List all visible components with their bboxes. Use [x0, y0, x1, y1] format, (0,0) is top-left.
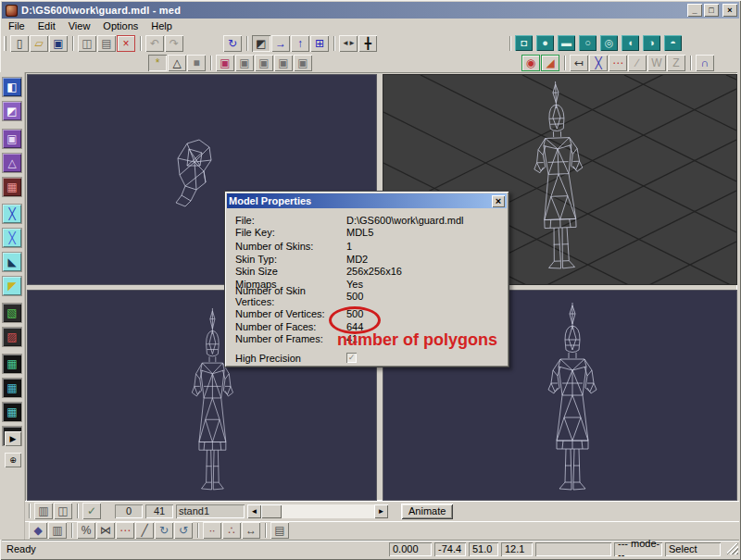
frame-box-2-button[interactable]: ▣	[235, 55, 254, 71]
layout-1-button[interactable]: ▦	[3, 355, 21, 373]
property-value: MDL5	[346, 227, 509, 238]
film-button[interactable]: ▥	[34, 503, 53, 519]
open-file-button[interactable]: ▱	[30, 35, 48, 52]
view-mode-5-button[interactable]: ◎	[600, 35, 618, 51]
notes-button[interactable]: ▤	[270, 522, 289, 539]
menu-file[interactable]: File	[2, 19, 31, 32]
animation-bar: ▥◫✓ ◄ ► Animate	[25, 501, 739, 521]
view-mode-3-button[interactable]: ▬	[558, 35, 575, 51]
frame-range-button[interactable]: ◫	[54, 503, 72, 519]
face-paint-button[interactable]: ◢	[541, 55, 559, 71]
move-free-button[interactable]: ⊞	[310, 35, 329, 52]
close-button[interactable]: ×	[722, 4, 737, 17]
snap-left-button[interactable]: ↤	[570, 55, 588, 71]
rotate-view-button[interactable]: ↻	[223, 35, 242, 52]
resize-grip[interactable]	[727, 543, 738, 554]
toolbar-grip[interactable]	[4, 36, 6, 51]
sequence-name-field[interactable]	[176, 504, 245, 518]
rotate-cw-button[interactable]: ↻	[155, 522, 173, 539]
mirror-y-tool-button[interactable]: ╳	[3, 229, 21, 247]
edge-dots-button[interactable]: ⋯	[609, 55, 627, 71]
delete-skin-button[interactable]: ×	[117, 35, 135, 52]
frame-box-5-button[interactable]: ▣	[294, 55, 312, 71]
shapes-button[interactable]: ◆	[29, 522, 47, 539]
empty-cell	[535, 542, 611, 556]
dialog-title-bar[interactable]: Model Properties ×	[227, 193, 507, 208]
frame-box-4-button[interactable]: ▣	[274, 55, 293, 71]
view-mode-1-button[interactable]: ◘	[515, 35, 533, 51]
scrollbar-track[interactable]	[261, 504, 374, 518]
paste-button[interactable]: ▤	[97, 35, 116, 52]
layout-3-button[interactable]: ▦	[3, 403, 21, 421]
separator	[690, 56, 692, 70]
frame-scrollbar[interactable]: ◄ ►	[247, 504, 388, 518]
mirror-x-tool-button[interactable]: ╳	[3, 205, 21, 223]
weld-group-button[interactable]: ∴	[222, 522, 241, 539]
screen-tool-button[interactable]: ◧	[3, 78, 21, 96]
prism-tool-button[interactable]: ◣	[3, 253, 21, 271]
select-move-button[interactable]: ◩	[252, 35, 270, 52]
box-green-tool-button[interactable]: ▧	[3, 304, 21, 322]
origin-button[interactable]: ⊕	[5, 453, 21, 467]
separator	[333, 36, 335, 51]
menu-edit[interactable]: Edit	[31, 19, 62, 32]
coord-z-cell: 12.1	[501, 542, 533, 556]
menu-view[interactable]: View	[62, 19, 97, 32]
solid-mode-button[interactable]: ■	[187, 55, 206, 71]
property-row: File Key:MDL5	[225, 226, 509, 238]
title-bar[interactable]: D:\GS600\work\guard.mdl - med _ □ ×	[2, 2, 739, 19]
coord-x-cell: -74.4	[434, 542, 466, 556]
move-y-button[interactable]: ↑	[291, 35, 309, 52]
view-mode-4-button[interactable]: ○	[579, 35, 597, 51]
view-mode-8-button[interactable]: ◓	[664, 35, 682, 51]
flat-mode-button[interactable]: △	[168, 55, 186, 71]
maximize-button[interactable]: □	[704, 4, 719, 17]
frame-end-field[interactable]	[145, 504, 173, 518]
property-label: Number of Skin Vertices:	[225, 285, 346, 307]
weld-near-button[interactable]: ∙∙	[203, 522, 221, 539]
face-tool-2-button: W	[647, 55, 666, 71]
view-mode-6-button[interactable]: ◖	[622, 35, 639, 51]
frame-box-3-button[interactable]: ▣	[255, 55, 273, 71]
mirror-h-button[interactable]: ◄►	[339, 35, 358, 52]
scrollbar-thumb[interactable]	[261, 504, 282, 518]
magnet-button[interactable]: ∩	[696, 55, 714, 71]
box-red-tool-button[interactable]: ▨	[3, 328, 21, 346]
property-value: D:\GS600\work\guard.mdl	[346, 215, 509, 226]
menu-help[interactable]: Help	[144, 19, 179, 32]
move-x-button[interactable]: →	[271, 35, 290, 52]
scale-button[interactable]: %	[77, 522, 95, 539]
pan-button[interactable]: ╋	[358, 35, 377, 52]
rotate-ccw-button[interactable]: ↺	[174, 522, 193, 539]
ruler-button[interactable]: ▥	[48, 522, 67, 539]
menu-options[interactable]: Options	[96, 19, 144, 32]
texture-tool-button[interactable]: ◩	[3, 102, 21, 120]
play-button[interactable]: ▶	[5, 431, 21, 446]
scroll-right-arrow[interactable]: ►	[374, 504, 388, 518]
layout-2-button[interactable]: ▦	[3, 379, 21, 397]
separator	[29, 504, 31, 518]
dialog-close-button[interactable]: ×	[492, 195, 505, 207]
edge-divide-button[interactable]: ⋯	[116, 522, 134, 539]
save-button[interactable]: ▣	[49, 35, 68, 52]
weld-tool-button[interactable]: ▦	[3, 178, 21, 196]
animate-button[interactable]: Animate	[401, 504, 453, 519]
vertex-paint-button[interactable]: ◉	[521, 55, 540, 71]
minimize-button[interactable]: _	[687, 4, 702, 17]
frame-box-1-button[interactable]: ▣	[216, 55, 234, 71]
mirror-flip-button[interactable]: ⋈	[96, 522, 115, 539]
pyramid-tool-button[interactable]: ◤	[3, 277, 21, 295]
select-faces-button[interactable]: △	[3, 154, 21, 172]
copy-button[interactable]: ◫	[78, 35, 96, 52]
select-vertices-button[interactable]: ▣	[3, 130, 21, 148]
wire-mode-button[interactable]: *	[148, 55, 167, 71]
pose-check-button[interactable]: ✓	[82, 503, 101, 519]
turn-edge-button[interactable]: ╱	[135, 522, 154, 539]
frame-current-field[interactable]	[115, 504, 143, 518]
view-mode-2-button[interactable]: ●	[536, 35, 554, 51]
scroll-left-arrow[interactable]: ◄	[247, 504, 261, 518]
view-mode-7-button[interactable]: ◑	[643, 35, 660, 51]
vertex-cross-button[interactable]: ╳	[589, 55, 608, 71]
new-file-button[interactable]: ▯	[10, 35, 29, 52]
measure-button[interactable]: ↔	[242, 522, 260, 539]
